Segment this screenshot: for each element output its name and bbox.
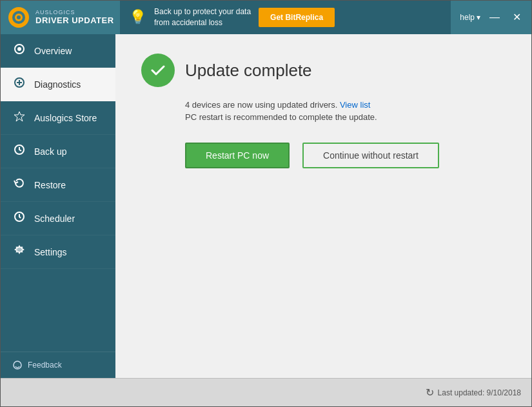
get-bitreplica-button[interactable]: Get BitReplica bbox=[259, 8, 335, 27]
minimize-button[interactable]: — bbox=[486, 11, 504, 24]
title-bar: Auslogics DRIVER UPDATER 💡 Back up to pr… bbox=[1, 1, 531, 34]
store-icon bbox=[12, 110, 26, 125]
status-bar: ↻ Last updated: 9/10/2018 bbox=[1, 378, 531, 406]
backup-label: Back up bbox=[34, 146, 67, 157]
window-controls: help ▾ — ✕ bbox=[460, 11, 525, 24]
feedback-icon bbox=[12, 360, 23, 370]
sidebar-item-backup[interactable]: Back up bbox=[1, 135, 115, 168]
logo-bottom-label: DRIVER UPDATER bbox=[35, 16, 114, 25]
diagnostics-icon bbox=[12, 77, 26, 92]
store-label: Auslogics Store bbox=[34, 113, 97, 123]
content-area: Update complete 4 devices are now using … bbox=[115, 34, 531, 378]
restore-label: Restore bbox=[34, 180, 66, 190]
overview-label: Overview bbox=[34, 46, 72, 56]
settings-icon bbox=[12, 244, 26, 259]
diagnostics-label: Diagnostics bbox=[34, 79, 81, 90]
logo-area: Auslogics DRIVER UPDATER bbox=[7, 6, 120, 29]
feedback-button[interactable]: Feedback bbox=[1, 352, 115, 378]
svg-point-5 bbox=[17, 47, 21, 51]
sidebar-item-overview[interactable]: Overview bbox=[1, 34, 115, 68]
update-info: 4 devices are now using updated drivers.… bbox=[185, 100, 506, 124]
sidebar-item-store[interactable]: Auslogics Store bbox=[1, 101, 115, 135]
info-text: 4 devices are now using updated drivers.… bbox=[185, 100, 506, 110]
overview-icon bbox=[12, 43, 26, 58]
info-text-main: 4 devices are now using updated drivers. bbox=[185, 100, 337, 110]
lightbulb-icon: 💡 bbox=[129, 9, 146, 26]
settings-label: Settings bbox=[34, 247, 67, 257]
main-body: Overview Diagnostics Auslogics Store Bac… bbox=[1, 34, 531, 378]
restart-button[interactable]: Restart PC now bbox=[185, 143, 290, 168]
banner-text: Back up to protect your data from accide… bbox=[154, 6, 251, 28]
view-list-link[interactable]: View list bbox=[340, 100, 370, 110]
action-buttons: Restart PC now Continue without restart bbox=[185, 143, 506, 168]
scheduler-label: Scheduler bbox=[34, 213, 75, 224]
feedback-label: Feedback bbox=[28, 361, 62, 370]
sidebar-item-diagnostics[interactable]: Diagnostics bbox=[1, 68, 115, 101]
sidebar-item-restore[interactable]: Restore bbox=[1, 168, 115, 202]
refresh-icon: ↻ bbox=[426, 386, 434, 399]
sidebar: Overview Diagnostics Auslogics Store Bac… bbox=[1, 34, 115, 378]
banner-line2: from accidental loss bbox=[154, 17, 251, 28]
status-right: ↻ Last updated: 9/10/2018 bbox=[426, 386, 521, 399]
success-icon bbox=[141, 54, 175, 87]
svg-marker-9 bbox=[14, 112, 25, 121]
update-header: Update complete bbox=[141, 54, 506, 87]
restart-note: PC restart is recommended to complete th… bbox=[185, 112, 506, 122]
sidebar-item-settings[interactable]: Settings bbox=[1, 235, 115, 269]
app-window: Auslogics DRIVER UPDATER 💡 Back up to pr… bbox=[0, 0, 532, 407]
banner: 💡 Back up to protect your data from acci… bbox=[120, 1, 451, 34]
close-button[interactable]: ✕ bbox=[509, 11, 525, 24]
continue-button[interactable]: Continue without restart bbox=[302, 143, 439, 168]
scheduler-icon bbox=[12, 211, 26, 226]
last-updated-text: Last updated: 9/10/2018 bbox=[438, 388, 521, 397]
svg-point-3 bbox=[17, 15, 21, 19]
auslogics-logo-icon bbox=[7, 6, 30, 29]
banner-line1: Back up to protect your data bbox=[154, 6, 251, 17]
update-title: Update complete bbox=[185, 61, 312, 81]
backup-icon bbox=[12, 144, 26, 159]
logo-text: Auslogics DRIVER UPDATER bbox=[35, 10, 114, 25]
chevron-down-icon: ▾ bbox=[477, 13, 480, 22]
restore-icon bbox=[12, 177, 26, 192]
sidebar-item-scheduler[interactable]: Scheduler bbox=[1, 202, 115, 235]
help-button[interactable]: help ▾ bbox=[460, 13, 480, 22]
help-label: help bbox=[460, 13, 475, 22]
